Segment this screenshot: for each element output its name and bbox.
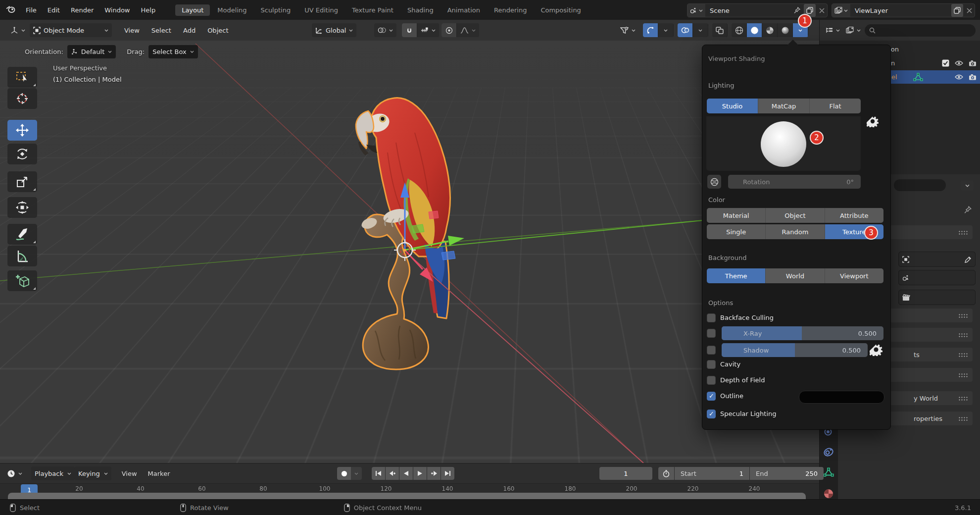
editor-type-button[interactable] bbox=[7, 23, 29, 37]
jump-to-start-button[interactable] bbox=[372, 467, 385, 480]
current-frame-field[interactable]: 1 bbox=[599, 467, 652, 480]
use-preview-range-button[interactable] bbox=[658, 467, 674, 480]
properties-search-input[interactable] bbox=[894, 179, 946, 191]
viewport-3d[interactable]: Orientation: Default Drag: Select Box Us… bbox=[0, 41, 819, 463]
checkbox-icon[interactable] bbox=[942, 59, 949, 67]
blender-logo-icon[interactable] bbox=[0, 5, 20, 14]
auto-key-dropdown[interactable] bbox=[351, 467, 362, 480]
shadow-checkbox[interactable] bbox=[707, 346, 716, 355]
shadow-slider[interactable]: Shadow 0.500 bbox=[722, 343, 868, 357]
tab-physics-icon[interactable] bbox=[823, 446, 834, 459]
id-object-field[interactable] bbox=[898, 252, 976, 267]
menu-keying[interactable]: Keying bbox=[75, 466, 111, 480]
outliner-search-input[interactable] bbox=[865, 24, 976, 37]
id-clip-field[interactable] bbox=[898, 290, 976, 305]
tab-animation[interactable]: Animation bbox=[441, 4, 487, 16]
outline-checkbox[interactable] bbox=[707, 392, 716, 401]
lighting-matcap-button[interactable]: MatCap bbox=[758, 99, 810, 113]
menu-timeline-view[interactable]: View bbox=[116, 470, 143, 477]
tool-annotate[interactable] bbox=[7, 224, 37, 245]
menu-playback[interactable]: Playback bbox=[31, 466, 75, 480]
outliner-display-mode-dropdown[interactable] bbox=[844, 23, 863, 37]
menu-render[interactable]: Render bbox=[65, 6, 99, 14]
studiolight-sphere-icon[interactable] bbox=[761, 121, 806, 167]
tool-select-box[interactable] bbox=[7, 67, 37, 88]
color-material-button[interactable]: Material bbox=[707, 208, 766, 223]
rotation-slider[interactable]: Rotation 0° bbox=[728, 175, 861, 189]
xray-slider[interactable]: X-Ray 0.500 bbox=[722, 326, 883, 340]
shading-wireframe-button[interactable] bbox=[732, 23, 747, 37]
gizmo-dropdown[interactable] bbox=[658, 23, 674, 37]
menu-add[interactable]: Add bbox=[178, 27, 201, 34]
xray-checkbox[interactable] bbox=[707, 329, 716, 338]
next-keyframe-button[interactable] bbox=[427, 467, 441, 480]
tab-layout[interactable]: Layout bbox=[175, 4, 210, 16]
object-visibility-dropdown[interactable] bbox=[617, 23, 639, 37]
camera-icon[interactable] bbox=[969, 74, 977, 80]
scene-name[interactable]: Scene bbox=[705, 7, 734, 14]
shadow-settings-gear-icon[interactable] bbox=[870, 343, 882, 358]
studiolight-settings-gear-icon[interactable] bbox=[867, 115, 879, 129]
jump-to-end-button[interactable] bbox=[441, 467, 454, 480]
shading-rendered-button[interactable] bbox=[778, 23, 793, 37]
eye-icon[interactable] bbox=[955, 74, 963, 80]
timeline-editor-type-button[interactable] bbox=[5, 466, 24, 480]
color-single-button[interactable]: Single bbox=[707, 224, 766, 239]
menu-marker[interactable]: Marker bbox=[143, 470, 176, 477]
background-world-button[interactable]: World bbox=[766, 268, 825, 283]
specular-lighting-checkbox[interactable] bbox=[707, 410, 716, 418]
depth-of-field-checkbox[interactable] bbox=[707, 376, 716, 385]
color-object-button[interactable]: Object bbox=[766, 208, 825, 223]
viewlayer-name[interactable]: ViewLayer bbox=[850, 7, 892, 14]
color-random-button[interactable]: Random bbox=[766, 224, 825, 239]
tool-transform[interactable] bbox=[7, 197, 37, 218]
cavity-checkbox[interactable] bbox=[707, 360, 716, 369]
new-viewlayer-button[interactable] bbox=[951, 4, 963, 17]
overlays-dropdown[interactable] bbox=[693, 23, 708, 37]
tab-compositing[interactable]: Compositing bbox=[534, 4, 588, 16]
menu-object[interactable]: Object bbox=[202, 27, 234, 34]
proportional-editing-toggle[interactable] bbox=[441, 23, 457, 37]
tab-object-data-icon[interactable] bbox=[823, 467, 834, 479]
camera-icon[interactable] bbox=[969, 60, 977, 66]
background-viewport-button[interactable]: Viewport bbox=[825, 268, 883, 283]
tab-modeling[interactable]: Modeling bbox=[211, 4, 253, 16]
snap-settings-dropdown[interactable] bbox=[417, 23, 439, 37]
properties-expand-button[interactable] bbox=[961, 180, 974, 191]
frame-end-field[interactable]: End250 bbox=[750, 467, 824, 480]
orientation-dropdown[interactable]: Default bbox=[67, 45, 116, 58]
menu-window[interactable]: Window bbox=[99, 6, 135, 14]
snap-toggle[interactable] bbox=[402, 23, 417, 37]
tool-measure[interactable] bbox=[7, 246, 37, 266]
drag-mode-dropdown[interactable]: Select Box bbox=[148, 45, 197, 58]
lighting-flat-button[interactable]: Flat bbox=[810, 99, 861, 113]
pivot-point-dropdown[interactable] bbox=[374, 23, 396, 37]
outliner-editor-type-button[interactable] bbox=[824, 23, 842, 37]
remove-viewlayer-button[interactable] bbox=[964, 4, 975, 17]
lighting-studio-button[interactable]: Studio bbox=[707, 99, 758, 113]
shading-material-button[interactable] bbox=[762, 23, 778, 37]
menu-help[interactable]: Help bbox=[136, 6, 161, 14]
menu-view[interactable]: View bbox=[119, 27, 145, 34]
auto-key-button[interactable] bbox=[337, 467, 351, 480]
show-gizmo-toggle[interactable] bbox=[643, 23, 658, 37]
background-theme-button[interactable]: Theme bbox=[707, 268, 766, 283]
prev-keyframe-button[interactable] bbox=[386, 467, 399, 480]
unlink-scene-button[interactable] bbox=[817, 4, 827, 17]
tool-move[interactable] bbox=[7, 120, 37, 141]
show-overlays-toggle[interactable] bbox=[678, 23, 693, 37]
play-reverse-button[interactable] bbox=[399, 467, 413, 480]
proportional-falloff-dropdown[interactable] bbox=[457, 23, 479, 37]
studiolight-preview[interactable] bbox=[706, 116, 861, 171]
menu-file[interactable]: File bbox=[20, 6, 42, 14]
world-space-lighting-toggle[interactable] bbox=[707, 175, 721, 189]
viewlayer-browse-button[interactable] bbox=[832, 4, 850, 17]
id-scene-field[interactable] bbox=[898, 270, 976, 285]
play-button[interactable] bbox=[413, 467, 427, 480]
transform-orientation-dropdown[interactable]: Global bbox=[312, 23, 356, 37]
tab-shading[interactable]: Shading bbox=[401, 4, 440, 16]
tool-add-cube[interactable] bbox=[7, 270, 37, 291]
tool-cursor[interactable] bbox=[7, 88, 37, 109]
scene-browse-button[interactable] bbox=[687, 4, 705, 17]
menu-select[interactable]: Select bbox=[146, 27, 177, 34]
